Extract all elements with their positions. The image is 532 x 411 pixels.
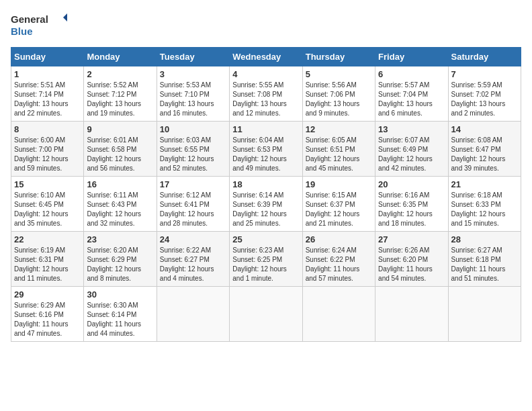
calendar-cell: 3 Sunrise: 5:53 AM Sunset: 7:10 PM Dayli… (157, 66, 229, 122)
cell-content: Sunrise: 6:14 AM Sunset: 6:39 PM Dayligh… (232, 191, 299, 228)
day-number: 3 (160, 69, 226, 79)
cell-content: Sunrise: 6:19 AM Sunset: 6:31 PM Dayligh… (14, 246, 81, 283)
calendar-cell: 19 Sunrise: 6:15 AM Sunset: 6:37 PM Dayl… (302, 177, 375, 232)
cell-content: Sunrise: 6:15 AM Sunset: 6:37 PM Dayligh… (306, 191, 372, 228)
calendar-cell: 7 Sunrise: 5:59 AM Sunset: 7:02 PM Dayli… (448, 66, 521, 122)
day-header-saturday: Saturday (448, 48, 521, 66)
day-number: 19 (306, 179, 372, 189)
calendar-cell: 30 Sunrise: 6:30 AM Sunset: 6:14 PM Dayl… (84, 287, 157, 342)
day-number: 21 (451, 179, 518, 189)
cell-content: Sunrise: 6:11 AM Sunset: 6:43 PM Dayligh… (87, 191, 153, 228)
calendar-cell (302, 287, 375, 342)
day-number: 30 (87, 289, 153, 300)
calendar-cell: 10 Sunrise: 6:03 AM Sunset: 6:55 PM Dayl… (157, 122, 229, 177)
cell-content: Sunrise: 6:18 AM Sunset: 6:33 PM Dayligh… (451, 191, 518, 228)
cell-content: Sunrise: 6:22 AM Sunset: 6:27 PM Dayligh… (160, 246, 226, 283)
calendar-cell: 24 Sunrise: 6:22 AM Sunset: 6:27 PM Dayl… (157, 232, 229, 287)
cell-content: Sunrise: 6:07 AM Sunset: 6:49 PM Dayligh… (378, 136, 445, 173)
day-number: 29 (14, 289, 81, 300)
day-number: 16 (87, 179, 153, 189)
day-number: 10 (160, 124, 226, 134)
day-header-wednesday: Wednesday (230, 48, 302, 66)
calendar-cell: 26 Sunrise: 6:24 AM Sunset: 6:22 PM Dayl… (302, 232, 375, 287)
day-number: 7 (451, 69, 518, 79)
day-number: 17 (160, 179, 226, 189)
cell-content: Sunrise: 5:57 AM Sunset: 7:04 PM Dayligh… (378, 81, 445, 118)
day-number: 24 (160, 234, 226, 244)
calendar-cell: 15 Sunrise: 6:10 AM Sunset: 6:45 PM Dayl… (11, 177, 84, 232)
calendar-cell: 11 Sunrise: 6:04 AM Sunset: 6:53 PM Dayl… (230, 122, 302, 177)
day-number: 6 (378, 69, 445, 79)
cell-content: Sunrise: 6:10 AM Sunset: 6:45 PM Dayligh… (14, 191, 81, 228)
logo: General Blue (11, 11, 71, 39)
calendar-cell: 28 Sunrise: 6:27 AM Sunset: 6:18 PM Dayl… (448, 232, 521, 287)
calendar-cell: 22 Sunrise: 6:19 AM Sunset: 6:31 PM Dayl… (11, 232, 84, 287)
calendar-cell: 5 Sunrise: 5:56 AM Sunset: 7:06 PM Dayli… (302, 66, 375, 122)
calendar-cell: 4 Sunrise: 5:55 AM Sunset: 7:08 PM Dayli… (230, 66, 302, 122)
calendar-table: SundayMondayTuesdayWednesdayThursdayFrid… (11, 47, 521, 342)
calendar-cell: 9 Sunrise: 6:01 AM Sunset: 6:58 PM Dayli… (84, 122, 157, 177)
day-header-sunday: Sunday (11, 48, 84, 66)
calendar-week-1: 1 Sunrise: 5:51 AM Sunset: 7:14 PM Dayli… (11, 66, 521, 122)
cell-content: Sunrise: 6:30 AM Sunset: 6:14 PM Dayligh… (87, 301, 153, 338)
day-number: 27 (378, 234, 445, 244)
day-number: 8 (14, 124, 81, 134)
calendar-cell: 25 Sunrise: 6:23 AM Sunset: 6:25 PM Dayl… (230, 232, 302, 287)
svg-text:General: General (11, 13, 48, 25)
day-header-tuesday: Tuesday (157, 48, 229, 66)
calendar-cell: 21 Sunrise: 6:18 AM Sunset: 6:33 PM Dayl… (448, 177, 521, 232)
page-header: General Blue (11, 11, 521, 39)
cell-content: Sunrise: 6:01 AM Sunset: 6:58 PM Dayligh… (87, 136, 153, 173)
cell-content: Sunrise: 6:04 AM Sunset: 6:53 PM Dayligh… (232, 136, 299, 173)
day-number: 23 (87, 234, 153, 244)
cell-content: Sunrise: 5:59 AM Sunset: 7:02 PM Dayligh… (451, 81, 518, 118)
cell-content: Sunrise: 6:16 AM Sunset: 6:35 PM Dayligh… (378, 191, 445, 228)
calendar-cell: 12 Sunrise: 6:05 AM Sunset: 6:51 PM Dayl… (302, 122, 375, 177)
cell-content: Sunrise: 6:05 AM Sunset: 6:51 PM Dayligh… (306, 136, 372, 173)
calendar-cell: 6 Sunrise: 5:57 AM Sunset: 7:04 PM Dayli… (375, 66, 448, 122)
calendar-cell: 27 Sunrise: 6:26 AM Sunset: 6:20 PM Dayl… (375, 232, 448, 287)
calendar-cell (230, 287, 302, 342)
cell-content: Sunrise: 6:08 AM Sunset: 6:47 PM Dayligh… (451, 136, 518, 173)
day-number: 13 (378, 124, 445, 134)
calendar-cell (157, 287, 229, 342)
day-number: 15 (14, 179, 81, 189)
day-number: 14 (451, 124, 518, 134)
day-number: 2 (87, 69, 153, 79)
cell-content: Sunrise: 6:12 AM Sunset: 6:41 PM Dayligh… (160, 191, 226, 228)
cell-content: Sunrise: 5:55 AM Sunset: 7:08 PM Dayligh… (232, 81, 299, 118)
day-number: 18 (232, 179, 299, 189)
cell-content: Sunrise: 5:51 AM Sunset: 7:14 PM Dayligh… (14, 81, 81, 118)
day-number: 4 (232, 69, 299, 79)
calendar-cell (375, 287, 448, 342)
calendar-cell: 20 Sunrise: 6:16 AM Sunset: 6:35 PM Dayl… (375, 177, 448, 232)
calendar-cell: 13 Sunrise: 6:07 AM Sunset: 6:49 PM Dayl… (375, 122, 448, 177)
day-number: 5 (306, 69, 372, 79)
day-header-monday: Monday (84, 48, 157, 66)
cell-content: Sunrise: 5:52 AM Sunset: 7:12 PM Dayligh… (87, 81, 153, 118)
day-number: 12 (306, 124, 372, 134)
cell-content: Sunrise: 6:27 AM Sunset: 6:18 PM Dayligh… (451, 246, 518, 283)
calendar-week-4: 22 Sunrise: 6:19 AM Sunset: 6:31 PM Dayl… (11, 232, 521, 287)
cell-content: Sunrise: 6:03 AM Sunset: 6:55 PM Dayligh… (160, 136, 226, 173)
cell-content: Sunrise: 5:53 AM Sunset: 7:10 PM Dayligh… (160, 81, 226, 118)
calendar-cell: 8 Sunrise: 6:00 AM Sunset: 7:00 PM Dayli… (11, 122, 84, 177)
day-number: 20 (378, 179, 445, 189)
day-number: 11 (232, 124, 299, 134)
calendar-cell: 29 Sunrise: 6:29 AM Sunset: 6:16 PM Dayl… (11, 287, 84, 342)
calendar-week-2: 8 Sunrise: 6:00 AM Sunset: 7:00 PM Dayli… (11, 122, 521, 177)
calendar-cell: 1 Sunrise: 5:51 AM Sunset: 7:14 PM Dayli… (11, 66, 84, 122)
day-number: 26 (306, 234, 372, 244)
cell-content: Sunrise: 6:24 AM Sunset: 6:22 PM Dayligh… (306, 246, 372, 283)
day-header-thursday: Thursday (302, 48, 375, 66)
cell-content: Sunrise: 6:00 AM Sunset: 7:00 PM Dayligh… (14, 136, 81, 173)
cell-content: Sunrise: 5:56 AM Sunset: 7:06 PM Dayligh… (306, 81, 372, 118)
svg-text:Blue: Blue (11, 26, 33, 37)
cell-content: Sunrise: 6:26 AM Sunset: 6:20 PM Dayligh… (378, 246, 445, 283)
cell-content: Sunrise: 6:29 AM Sunset: 6:16 PM Dayligh… (14, 301, 81, 338)
day-number: 25 (232, 234, 299, 244)
calendar-cell: 2 Sunrise: 5:52 AM Sunset: 7:12 PM Dayli… (84, 66, 157, 122)
day-number: 9 (87, 124, 153, 134)
calendar-week-5: 29 Sunrise: 6:29 AM Sunset: 6:16 PM Dayl… (11, 287, 521, 342)
calendar-cell (448, 287, 521, 342)
